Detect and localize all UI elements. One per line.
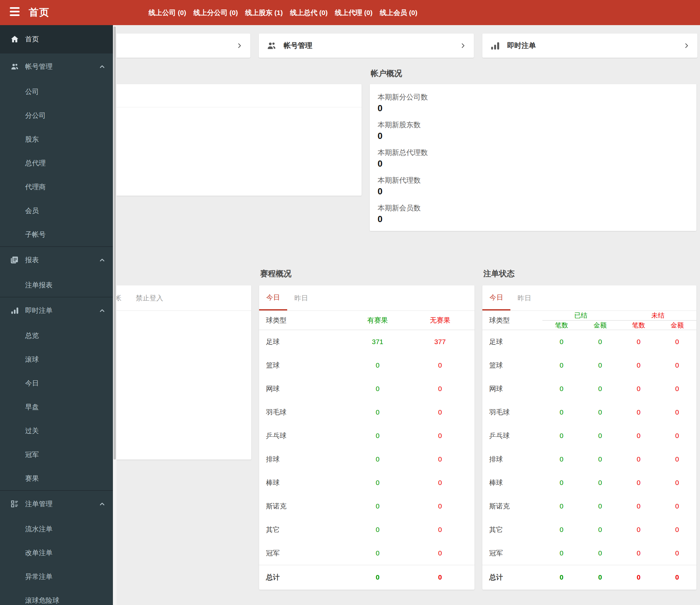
without-result-value: 377: [406, 338, 475, 346]
unsettled-amount: 0: [658, 385, 696, 393]
without-result-value: 0: [406, 361, 475, 369]
account-stat-label: 本期新会员数: [378, 204, 689, 213]
table-row: 斯诺克00: [259, 495, 475, 518]
sport-name: 排球: [482, 455, 542, 464]
total-label: 总计: [259, 573, 350, 582]
sidebar-item-总览[interactable]: 总览: [0, 323, 113, 347]
settled-count: 0: [542, 479, 581, 486]
scrollbar-thumb[interactable]: [114, 26, 116, 459]
sidebar-group-label: 帐号管理: [25, 62, 53, 71]
account-stat-value: 0: [378, 158, 689, 169]
sport-name: 篮球: [259, 361, 350, 370]
column-settled-amount: 金额: [581, 321, 619, 330]
tab-yesterday[interactable]: 昨日: [287, 285, 315, 311]
sidebar-item-异常注单[interactable]: 异常注单: [0, 564, 113, 588]
column-unsettled-count: 笔数: [619, 321, 658, 330]
account-stat-label: 本期新总代理数: [378, 148, 689, 157]
sidebar-item-冠军[interactable]: 冠军: [0, 443, 113, 466]
admin-dashboard: 帐号管理 即时注单 帐户概况 本期新分公司数0本期新股东数0本期新总代理数0本期…: [0, 0, 700, 605]
sidebar-item-子帐号[interactable]: 子帐号: [0, 222, 113, 246]
account-stat-label: 本期新股东数: [378, 120, 689, 130]
chart-icon: [10, 306, 20, 315]
sidebar-item-注单报表[interactable]: 注单报表: [0, 273, 113, 297]
account-stat-label: 本期新分公司数: [378, 93, 689, 102]
sidebar-item-早盘[interactable]: 早盘: [0, 395, 113, 419]
tab-yesterday[interactable]: 昨日: [510, 285, 539, 311]
tab-today[interactable]: 今日: [259, 285, 287, 311]
sidebar-item-改单注单[interactable]: 改单注单: [0, 541, 113, 564]
sport-name: 足球: [482, 337, 542, 346]
page-title: 首页: [29, 0, 50, 25]
without-result-value: 0: [406, 479, 475, 486]
total-unsettled-amount: 0: [658, 573, 696, 581]
sidebar-item-代理商[interactable]: 代理商: [0, 175, 113, 199]
online-stat: 线上分公司 (0): [194, 8, 238, 17]
sidebar-item-流水注单[interactable]: 流水注单: [0, 517, 113, 541]
sidebar-group-2[interactable]: 即时注单: [0, 297, 113, 323]
sidebar-item-过关[interactable]: 过关: [0, 419, 113, 443]
sidebar-group-3[interactable]: 注单管理: [0, 491, 113, 517]
tab-forbid-login[interactable]: 禁止登入: [129, 285, 170, 311]
settled-count: 0: [542, 385, 581, 393]
account-stat: 本期新代理数0: [378, 176, 689, 197]
account-overview-list: 本期新分公司数0本期新股东数0本期新总代理数0本期新代理数0本期新会员数0: [370, 84, 696, 225]
shortcut-card-accounts[interactable]: 帐号管理: [259, 34, 474, 58]
without-result-value: 0: [406, 455, 475, 463]
unsettled-amount: 0: [658, 479, 696, 486]
sport-name: 乒乓球: [259, 431, 350, 440]
with-result-value: 0: [350, 526, 406, 533]
hamburger-menu-icon[interactable]: [10, 7, 20, 18]
schedule-total-row: 总计 0 0: [259, 565, 475, 589]
account-stat-value: 0: [378, 103, 689, 113]
group-unsettled: 未结: [619, 311, 696, 321]
sidebar-group-label: 注单管理: [25, 499, 53, 508]
tab-today[interactable]: 今日: [482, 285, 510, 311]
sidebar-item-股东[interactable]: 股东: [0, 127, 113, 151]
column-sport-type: 球类型: [259, 316, 350, 325]
bet-status-table-body: 足球0000篮球0000网球0000羽毛球0000乒乓球0000排球0000棒球…: [482, 330, 696, 565]
sidebar-group-label: 即时注单: [25, 306, 53, 315]
sidebar-item-分公司[interactable]: 分公司: [0, 103, 113, 127]
sport-name: 羽毛球: [482, 408, 542, 417]
sidebar-item-滚球[interactable]: 滚球: [0, 347, 113, 371]
table-row: 羽毛球0000: [482, 400, 696, 424]
with-result-value: 0: [350, 408, 406, 416]
column-without-result: 无赛果: [406, 316, 475, 325]
sport-name: 斯诺克: [259, 502, 350, 511]
total-settled-count: 0: [542, 573, 581, 581]
with-result-value: 0: [350, 455, 406, 463]
account-overview-title: 帐户概况: [371, 67, 402, 80]
column-settled-count: 笔数: [542, 321, 581, 330]
table-row: 足球0000: [482, 330, 696, 353]
sidebar-section: 报表注单报表: [0, 246, 113, 297]
schedule-overview-panel: 今日 昨日 球类型 有赛果 无赛果 足球371377篮球00网球00羽毛球00乒…: [259, 285, 475, 590]
settled-amount: 0: [581, 549, 619, 557]
sidebar-item-会员[interactable]: 会员: [0, 199, 113, 222]
column-sport-type: 球类型: [482, 311, 542, 330]
sidebar-item-今日[interactable]: 今日: [0, 371, 113, 395]
chevron-right-icon: [460, 41, 466, 50]
schedule-table-header: 球类型 有赛果 无赛果: [259, 311, 475, 330]
table-row: 斯诺克0000: [482, 495, 696, 518]
sidebar-section: 即时注单总览滚球今日早盘过关冠军赛果: [0, 297, 113, 490]
with-result-value: 0: [350, 361, 406, 369]
sidebar-item-赛果[interactable]: 赛果: [0, 466, 113, 490]
sidebar-item-home[interactable]: 首页: [0, 25, 113, 53]
sidebar-group-0[interactable]: 帐号管理: [0, 53, 113, 80]
column-unsettled-amount: 金额: [658, 321, 696, 330]
without-result-value: 0: [406, 526, 475, 533]
table-row: 棒球0000: [482, 471, 696, 495]
online-stat: 线上股东 (1): [245, 8, 283, 17]
without-result-value: 0: [406, 432, 475, 440]
list-icon: [10, 500, 20, 508]
without-result-value: 0: [406, 385, 475, 393]
sport-name: 网球: [259, 384, 350, 393]
sport-name: 斯诺克: [482, 502, 542, 511]
sidebar-item-总代理[interactable]: 总代理: [0, 151, 113, 175]
sidebar-item-公司[interactable]: 公司: [0, 80, 113, 103]
sidebar-item-滚球危险球[interactable]: 滚球危险球: [0, 588, 113, 605]
account-stat-value: 0: [378, 186, 689, 197]
sport-name: 足球: [259, 337, 350, 346]
shortcut-card-live-bets[interactable]: 即时注单: [482, 34, 697, 58]
sidebar-group-1[interactable]: 报表: [0, 247, 113, 273]
